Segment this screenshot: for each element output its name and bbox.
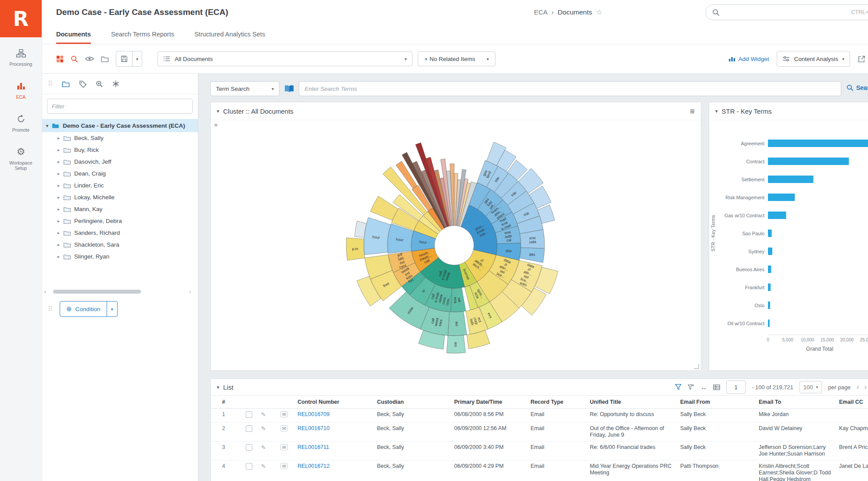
chevron-right-icon[interactable]: ▸ [57, 183, 60, 188]
control-number-link[interactable]: REL0016709 [298, 411, 330, 417]
saved-search-icon[interactable] [96, 80, 103, 88]
scrollbar-track[interactable] [50, 290, 189, 294]
control-number-link[interactable]: REL0016710 [298, 425, 330, 431]
folder-tree-item[interactable]: ▸Sanders, Richard [42, 227, 198, 239]
save-chevron-down-icon[interactable]: ▾ [132, 51, 142, 66]
scroll-right-icon[interactable]: › [189, 288, 194, 295]
drag-handle-icon[interactable]: ⠿ [48, 80, 53, 88]
nav-promote[interactable]: Promote [0, 114, 42, 133]
folder-tree-item[interactable]: ▸Buy, Rick [42, 144, 198, 156]
column-header[interactable]: Control Number [298, 396, 377, 408]
breadcrumb-page[interactable]: Documents [558, 8, 592, 16]
breadcrumb-app[interactable]: ECA [534, 8, 548, 16]
folder-tree-item[interactable]: ▸Slinger, Ryan [42, 251, 198, 262]
favorite-star-icon[interactable]: ☆ [596, 8, 602, 16]
edit-pencil-icon[interactable]: ✎ [261, 463, 266, 470]
chevron-down-icon[interactable]: ▾ [46, 123, 48, 128]
nav-processing[interactable]: Processing [0, 48, 42, 67]
column-width-icon[interactable]: ↔ [700, 384, 707, 391]
page-start-input[interactable] [726, 380, 746, 394]
folder-browser-icon[interactable] [101, 56, 109, 62]
bar[interactable] [768, 212, 786, 219]
control-number-link[interactable]: REL0016711 [298, 444, 329, 450]
folder-tree-item[interactable]: ▸Perlingiere, Debra [42, 215, 198, 227]
scroll-left-icon[interactable]: ‹ [44, 288, 50, 295]
column-header[interactable]: Primary Date/Time [454, 396, 531, 408]
widget-menu-icon[interactable]: ≡ [690, 107, 695, 115]
cluster-mode-icon[interactable] [112, 80, 119, 87]
column-header[interactable]: # [222, 396, 246, 408]
nav-eca[interactable]: ECA [0, 81, 42, 100]
collapse-chevron-icon[interactable]: ▾ [715, 108, 718, 114]
folder-tree-item[interactable]: ▸Beck, Sally [42, 132, 198, 144]
chevron-right-icon[interactable]: ▸ [57, 159, 60, 164]
row-checkbox[interactable] [246, 425, 252, 432]
folder-tree-item[interactable]: ▸Linder, Eric [42, 179, 198, 191]
term-search-input[interactable] [299, 81, 841, 96]
search-mode-select[interactable]: Term Search ▾ [210, 81, 280, 96]
global-search-box[interactable]: CTRL+/ [706, 4, 868, 20]
dashboard-icon[interactable] [56, 55, 64, 63]
related-items-select[interactable]: + No Related Items ▾ [418, 51, 495, 66]
chevron-right-icon[interactable]: ▸ [57, 254, 60, 259]
search-panel-icon[interactable] [71, 55, 78, 63]
bar[interactable] [768, 194, 795, 201]
folder-tree-root[interactable]: ▾ Demo Case - Early Case Assessment (ECA… [42, 119, 198, 132]
run-search-button[interactable]: Search [846, 84, 868, 91]
add-widget-button[interactable]: Add Widget [728, 56, 769, 62]
prev-page-icon[interactable]: ‹ [857, 383, 859, 391]
bar[interactable] [768, 158, 849, 165]
content-analysis-select[interactable]: Content Analysis ▾ [777, 51, 850, 67]
folder-filter-input[interactable] [47, 99, 193, 114]
cluster-segment[interactable] [370, 196, 398, 220]
tab-structured-analytics-sets[interactable]: Structured Analytics Sets [194, 31, 265, 44]
row-checkbox[interactable] [246, 463, 252, 470]
drag-handle-icon[interactable]: ⠿ [48, 305, 53, 313]
column-header[interactable]: Custodian [377, 396, 454, 408]
add-condition-button[interactable]: ⊕ Condition [60, 302, 107, 316]
collapse-chevron-icon[interactable]: ▾ [217, 384, 219, 390]
bar[interactable] [768, 284, 771, 291]
export-icon[interactable] [858, 55, 865, 63]
collapse-legend-icon[interactable]: » [214, 121, 218, 128]
collapse-chevron-icon[interactable]: ▾ [217, 108, 219, 114]
filter-funnel-icon[interactable] [675, 384, 681, 390]
column-header[interactable]: Email CC [839, 396, 868, 408]
chevron-right-icon[interactable]: ▸ [57, 207, 60, 212]
cluster-segment[interactable] [448, 312, 467, 336]
bar[interactable] [768, 319, 770, 327]
page-size-select[interactable]: 100 ▾ [800, 381, 822, 393]
next-page-icon[interactable]: › [864, 383, 867, 391]
edit-pencil-icon[interactable]: ✎ [261, 444, 266, 451]
cluster-segment[interactable] [447, 335, 466, 353]
chevron-right-icon[interactable]: ▸ [57, 230, 60, 235]
tab-search-terms-reports[interactable]: Search Terms Reports [111, 31, 174, 44]
clear-filter-icon[interactable] [688, 384, 694, 390]
relativity-logo[interactable]: R [0, 0, 42, 37]
column-header[interactable]: Email From [680, 396, 759, 408]
cluster-segment[interactable] [364, 217, 391, 255]
folder-tree-item[interactable]: ▸Shackleton, Sara [42, 239, 198, 251]
scrollbar-thumb[interactable] [53, 290, 141, 294]
chevron-right-icon[interactable]: ▸ [57, 171, 60, 176]
chevron-right-icon[interactable]: ▸ [57, 242, 60, 247]
folder-tree-item[interactable]: ▸Mann, Kay [42, 203, 198, 215]
folders-mode-icon[interactable] [62, 81, 70, 87]
column-header[interactable]: Record Type [531, 396, 590, 408]
row-checkbox[interactable] [246, 444, 252, 451]
folder-tree-item[interactable]: ▸Dasovich, Jeff [42, 156, 198, 168]
field-tree-tag-icon[interactable] [79, 80, 86, 88]
table-grid-icon[interactable] [713, 384, 720, 390]
column-header[interactable]: Unified Title [590, 396, 680, 408]
cluster-segment[interactable] [451, 288, 466, 312]
dictionary-book-icon[interactable] [284, 85, 294, 94]
bar[interactable] [768, 248, 772, 255]
edit-pencil-icon[interactable]: ✎ [261, 411, 266, 418]
bar[interactable] [768, 230, 772, 237]
bar[interactable] [768, 302, 770, 309]
tab-documents[interactable]: Documents [56, 31, 91, 44]
nav-workspace-setup[interactable]: ⚙ Workspace Setup [0, 147, 42, 171]
bar[interactable] [768, 266, 771, 273]
condition-chevron-down-icon[interactable]: ▾ [107, 302, 117, 316]
bar[interactable] [768, 176, 814, 183]
